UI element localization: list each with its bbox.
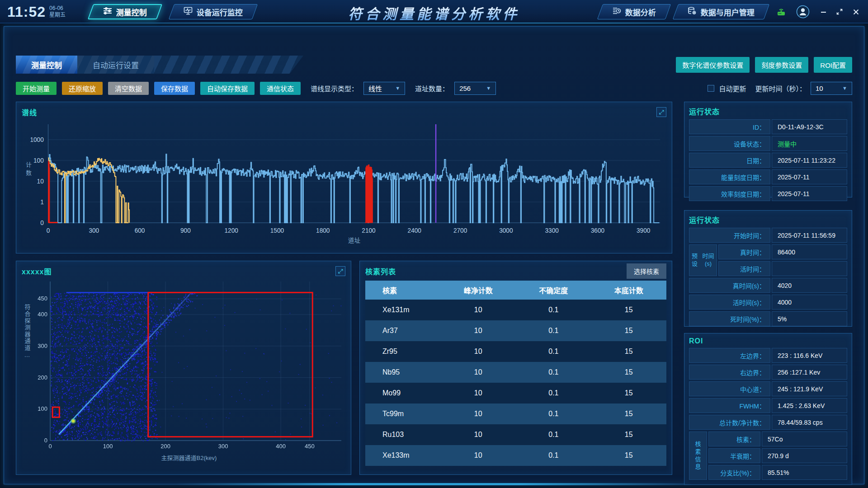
sliders-icon bbox=[103, 7, 112, 17]
topbar: 11:52 06-06 星期五 测量控制 bbox=[0, 0, 868, 23]
toolbar: 开始测量还原缩放清空数据保存数据自动保存数据通信状态 谱线显示类型： 线性▼ 道… bbox=[16, 81, 852, 95]
svg-text:0: 0 bbox=[40, 219, 44, 226]
expand-icon[interactable]: ⤢ bbox=[656, 107, 666, 117]
nuclide-info-label: 核素信息 bbox=[689, 432, 707, 480]
status-row: 右边界：256 :127.1 Kev bbox=[689, 365, 847, 380]
nuclide-table: 核素峰净计数不确定度本底计数 Xe131m100.115Ar37100.115Z… bbox=[365, 281, 666, 470]
preset-time-group: 预设时间(s)真时间：86400活时间： bbox=[689, 244, 847, 276]
auto-update-checkbox[interactable] bbox=[708, 85, 714, 92]
toolbar-button-2[interactable]: 清空数据 bbox=[108, 82, 149, 95]
table-row[interactable]: Ru103100.115 bbox=[365, 424, 666, 445]
status-row: 真时间：86400 bbox=[718, 244, 847, 259]
table-cell: 15 bbox=[591, 431, 667, 439]
nav-label: 数据与用户管理 bbox=[701, 6, 755, 18]
toolbar-button-3[interactable]: 保存数据 bbox=[154, 82, 195, 95]
svg-text:1500: 1500 bbox=[270, 227, 284, 234]
row-label: 活时间： bbox=[718, 261, 770, 276]
svg-text:3000: 3000 bbox=[499, 227, 513, 234]
row-label: ID： bbox=[689, 119, 770, 134]
row-value: 1.425 : 2.63 KeV bbox=[772, 398, 847, 413]
table-cell: Nb95 bbox=[365, 368, 441, 376]
table-cell: 15 bbox=[591, 451, 667, 460]
coincidence-scatter-chart[interactable] bbox=[33, 277, 345, 453]
nav-label: 数据分析 bbox=[625, 6, 656, 18]
row-value: 245 : 121.9 KeV bbox=[772, 381, 847, 396]
row-label: 真时间： bbox=[718, 244, 770, 259]
select-nuclide-button[interactable]: 选择核素 bbox=[627, 263, 666, 279]
row-label: 能量刻度日期： bbox=[689, 169, 770, 184]
nav-measure-control[interactable]: 测量控制 bbox=[88, 4, 162, 19]
table-row[interactable]: Zr95100.115 bbox=[365, 341, 666, 362]
row-label: 分支比(%)： bbox=[708, 465, 760, 480]
table-row[interactable]: Xe133m100.115 bbox=[365, 445, 666, 466]
table-cell: 0.1 bbox=[516, 431, 591, 439]
svg-text:2700: 2700 bbox=[453, 227, 467, 234]
user-avatar[interactable] bbox=[796, 5, 810, 19]
status-row: 活时间(s)：4000 bbox=[689, 295, 847, 310]
table-cell: 10 bbox=[441, 431, 516, 439]
preset-time-label: 预设时间(s) bbox=[689, 244, 717, 276]
table-cell: 0.1 bbox=[516, 347, 591, 356]
toolbar-button-0[interactable]: 开始测量 bbox=[16, 82, 57, 95]
network-device-icon[interactable] bbox=[774, 5, 788, 19]
nav-data-analysis[interactable]: 数据分析 bbox=[597, 4, 671, 19]
table-cell: Xe133m bbox=[365, 451, 441, 460]
row-label: 半衰期： bbox=[708, 448, 760, 463]
table-cell: 15 bbox=[591, 389, 667, 397]
scatter-y-axis-label: 符合探测器通道… bbox=[22, 277, 33, 470]
row-value: 2025-07-11 bbox=[772, 169, 847, 184]
roi-config-button[interactable]: ROI配置 bbox=[814, 57, 852, 73]
monitor-icon bbox=[184, 7, 193, 17]
display-type-select[interactable]: 线性▼ bbox=[363, 82, 405, 95]
table-cell: Zr95 bbox=[365, 347, 441, 356]
status-row: 中心道：245 : 121.9 KeV bbox=[689, 381, 847, 396]
update-interval-select[interactable]: 10▼ bbox=[811, 82, 852, 95]
tab-auto-run-settings[interactable]: 自动运行设置 bbox=[77, 56, 154, 74]
panel-title: ROI bbox=[689, 337, 847, 345]
table-row[interactable]: Ar37100.115 bbox=[365, 320, 666, 341]
clock-weekday: 星期五 bbox=[49, 12, 66, 19]
close-button[interactable] bbox=[850, 6, 862, 18]
svg-text:900: 900 bbox=[180, 227, 191, 234]
clock-time: 11:52 bbox=[7, 4, 46, 20]
table-row[interactable]: Xe131m100.115 bbox=[365, 300, 666, 320]
svg-text:100: 100 bbox=[33, 157, 44, 164]
update-interval-label: 更新时间（秒）： bbox=[755, 84, 806, 93]
table-cell: Ru103 bbox=[365, 431, 441, 439]
row-value: 2025-07-11 11:56:59 bbox=[772, 228, 847, 243]
tab-measure-control[interactable]: 测量控制 bbox=[16, 56, 77, 74]
status-row: 日期：2025-07-11 11:23:22 bbox=[689, 153, 847, 168]
table-row[interactable]: Mo99100.115 bbox=[365, 383, 666, 404]
nav-label: 测量控制 bbox=[116, 6, 147, 18]
table-row[interactable]: Tc99m100.115 bbox=[365, 404, 666, 424]
table-cell: 0.1 bbox=[516, 306, 591, 314]
toolbar-button-5[interactable]: 通信状态 bbox=[260, 82, 301, 95]
scatter-x-axis-label: 主探测器通道B2(kev) bbox=[161, 453, 217, 462]
row-label: 中心道： bbox=[689, 381, 770, 396]
clock-date: 06-06 bbox=[49, 5, 66, 12]
table-row[interactable]: Nb95100.115 bbox=[365, 362, 666, 383]
auto-update-label: 自动更新 bbox=[719, 84, 746, 93]
expand-icon[interactable]: ⤢ bbox=[335, 266, 345, 276]
run-status-panel-1: 运行状态 ID：D0-11-A9-12-3C设备状态：测量中日期：2025-07… bbox=[684, 102, 852, 197]
toolbar-button-4[interactable]: 自动保存数据 bbox=[200, 82, 255, 95]
spectrum-chart[interactable]: 0110100100003006009001200150018002100240… bbox=[22, 118, 666, 249]
row-label: 效率刻度日期： bbox=[689, 186, 770, 201]
row-label: 死时间(%)： bbox=[689, 311, 770, 326]
calibration-params-button[interactable]: 刻度参数设置 bbox=[755, 57, 808, 73]
digitizer-params-button[interactable]: 数字化谱仪参数设置 bbox=[676, 57, 750, 73]
table-cell: 15 bbox=[591, 327, 667, 335]
row-label: 右边界： bbox=[689, 365, 770, 380]
maximize-button[interactable] bbox=[834, 6, 845, 18]
nav-device-monitor[interactable]: 设备运行监控 bbox=[169, 4, 258, 19]
channel-count-select[interactable]: 256▼ bbox=[454, 82, 496, 95]
table-cell: Xe131m bbox=[365, 306, 441, 314]
toolbar-button-1[interactable]: 还原缩放 bbox=[62, 82, 103, 95]
nav-data-user-management[interactable]: 数据与用户管理 bbox=[673, 4, 769, 19]
row-value: 测量中 bbox=[772, 136, 847, 151]
row-label: 活时间(s)： bbox=[689, 295, 770, 310]
table-cell: 0.1 bbox=[516, 327, 591, 335]
minimize-button[interactable] bbox=[817, 6, 829, 18]
database-gear-icon bbox=[688, 7, 697, 17]
row-value: 2025-07-11 11:23:22 bbox=[772, 153, 847, 168]
